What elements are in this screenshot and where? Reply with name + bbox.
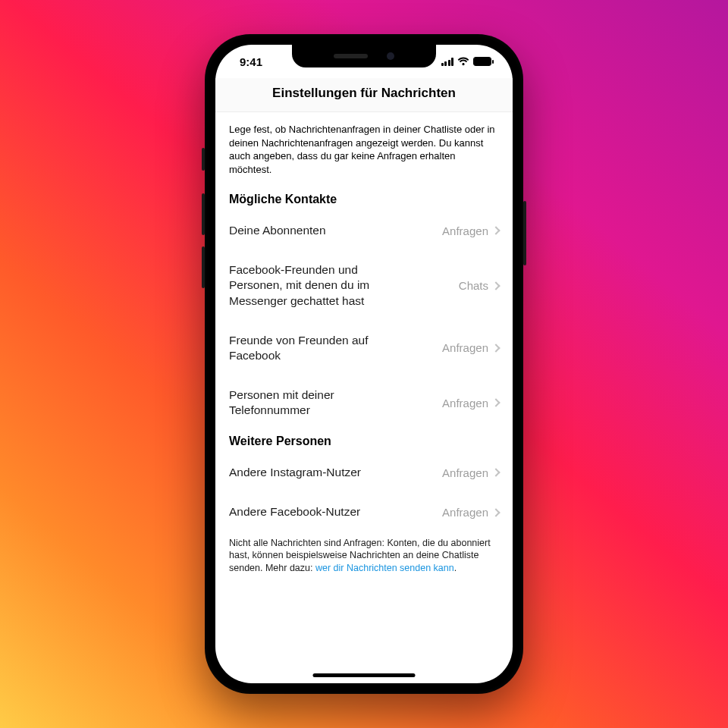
row-other-instagram[interactable]: Andere Instagram-Nutzer Anfragen xyxy=(229,453,499,492)
volume-up-button xyxy=(202,193,205,235)
phone-frame: 9:41 Einstellungen für Nachrichten Lege … xyxy=(205,34,523,694)
row-label: Deine Abonnenten xyxy=(229,223,326,238)
cellular-signal-icon xyxy=(441,58,454,66)
status-indicators xyxy=(441,55,492,68)
volume-down-button xyxy=(202,246,205,288)
row-facebook-friends[interactable]: Facebook-Freunden und Personen, mit dene… xyxy=(229,250,499,320)
row-subscribers[interactable]: Deine Abonnenten Anfragen xyxy=(229,211,499,250)
home-indicator[interactable] xyxy=(313,673,416,677)
chevron-right-icon xyxy=(491,399,500,407)
front-camera xyxy=(387,52,394,60)
speaker-grille xyxy=(334,54,368,58)
row-label: Facebook-Freunden und Personen, mit dene… xyxy=(229,262,397,308)
row-value: Anfragen xyxy=(442,341,488,354)
footer-suffix: . xyxy=(454,563,457,573)
chevron-right-icon xyxy=(491,227,500,235)
section-title-others: Weitere Personen xyxy=(229,435,499,448)
section-title-contacts: Mögliche Kontakte xyxy=(229,193,499,206)
wifi-icon xyxy=(457,55,469,68)
row-value: Chats xyxy=(459,279,488,292)
battery-icon xyxy=(473,57,491,66)
row-label: Freunde von Freunden auf Facebook xyxy=(229,333,397,363)
footer-note: Nicht alle Nachrichten sind Anfragen: Ko… xyxy=(229,537,499,576)
row-label: Personen mit deiner Telefonnummer xyxy=(229,388,397,418)
power-button xyxy=(523,201,526,265)
chevron-right-icon xyxy=(491,281,500,290)
row-other-facebook[interactable]: Andere Facebook-Nutzer Anfragen xyxy=(229,492,499,532)
notch xyxy=(292,45,436,67)
page-header: Einstellungen für Nachrichten xyxy=(215,78,513,112)
row-phone-number[interactable]: Personen mit deiner Telefonnummer Anfrag… xyxy=(229,375,499,430)
row-value: Anfragen xyxy=(442,466,488,479)
chevron-right-icon xyxy=(491,344,500,352)
row-value: Anfragen xyxy=(442,397,488,410)
page-title: Einstellungen für Nachrichten xyxy=(228,86,500,101)
footer-link[interactable]: wer dir Nachrichten senden kann xyxy=(315,563,454,573)
row-value: Anfragen xyxy=(442,224,488,237)
row-value: Anfragen xyxy=(442,506,488,519)
status-time: 9:41 xyxy=(240,55,262,68)
row-friends-of-friends[interactable]: Freunde von Freunden auf Facebook Anfrag… xyxy=(229,321,499,375)
intro-text: Lege fest, ob Nachrichtenanfragen in dei… xyxy=(229,123,499,176)
chevron-right-icon xyxy=(491,469,500,477)
mute-switch xyxy=(202,148,205,171)
screen: 9:41 Einstellungen für Nachrichten Lege … xyxy=(215,45,513,683)
row-label: Andere Facebook-Nutzer xyxy=(229,504,360,519)
content-scroll[interactable]: Lege fest, ob Nachrichtenanfragen in dei… xyxy=(215,112,513,683)
chevron-right-icon xyxy=(491,508,500,516)
row-label: Andere Instagram-Nutzer xyxy=(229,465,361,480)
